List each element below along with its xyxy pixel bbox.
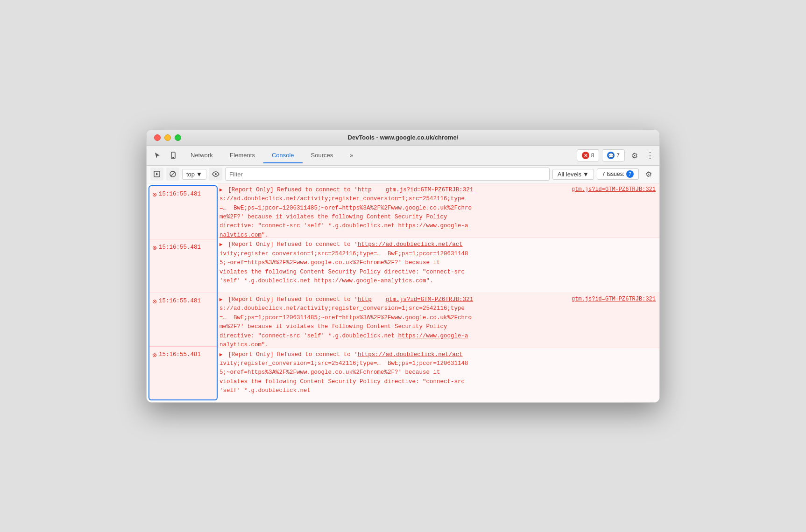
- expand-icon-1[interactable]: ▶: [219, 187, 223, 193]
- log-row-1: ▶ [Report Only] Refused to connect to 'h…: [218, 183, 659, 238]
- log-message-3: ▶ [Report Only] Refused to connect to 'h…: [219, 295, 567, 350]
- error-icon-4: ⊗: [152, 352, 157, 358]
- messages-column: ▶ [Report Only] Refused to connect to 'h…: [218, 183, 659, 402]
- error-icon-2: ⊗: [152, 245, 157, 251]
- timestamp-1: ⊗ 15:16:55.481: [149, 186, 217, 240]
- context-label: top: [186, 171, 195, 178]
- timestamp-2: ⊗ 15:16:55.481: [149, 239, 217, 293]
- tab-more[interactable]: »: [341, 148, 361, 163]
- issues-label: 7 Issues:: [602, 171, 624, 177]
- tab-console[interactable]: Console: [263, 148, 303, 163]
- more-options-icon[interactable]: ⋮: [644, 148, 656, 162]
- tab-elements[interactable]: Elements: [221, 148, 263, 163]
- window-title: DevTools - www.google.co.uk/chrome/: [348, 134, 459, 141]
- tab-row: Network Elements Console Sources »: [182, 148, 575, 163]
- log-message-1: ▶ [Report Only] Refused to connect to 'h…: [219, 186, 567, 240]
- log-source-1[interactable]: gtm.js?id=GTM-PZ6TRJB:321: [572, 186, 656, 193]
- settings-gear-icon[interactable]: ⚙: [628, 148, 642, 162]
- tab-sources[interactable]: Sources: [303, 148, 342, 163]
- log-row-2: ▶ [Report Only] Refused to connect to 'h…: [218, 238, 659, 293]
- execute-icon[interactable]: [150, 168, 163, 181]
- clear-icon[interactable]: [166, 168, 179, 181]
- eye-icon[interactable]: [209, 168, 222, 181]
- tab-network[interactable]: Network: [182, 148, 221, 163]
- main-toolbar: Network Elements Console Sources » ✕ 8 💬…: [147, 146, 659, 166]
- svg-rect-1: [172, 157, 174, 158]
- message-icon: 💬: [607, 152, 615, 159]
- devtools-window: DevTools - www.google.co.uk/chrome/ Netw…: [146, 129, 660, 403]
- traffic-lights: [154, 134, 181, 141]
- context-selector[interactable]: top ▼: [182, 169, 206, 180]
- log-entries-wrapper: ⊗ 15:16:55.481 ⊗ 15:16:55.481 ⊗ 15:16:55…: [147, 183, 659, 402]
- log-level-selector[interactable]: All levels ▼: [552, 169, 594, 180]
- dropdown-arrow-icon: ▼: [196, 171, 202, 178]
- issues-button[interactable]: 7 Issues: 7: [597, 168, 639, 180]
- error-icon-1: ⊗: [152, 191, 157, 198]
- log-source-3[interactable]: gtm.js?id=GTM-PZ6TRJB:321: [572, 295, 656, 302]
- mobile-icon[interactable]: [166, 148, 180, 162]
- error-icon: ✕: [582, 152, 589, 159]
- messages-badge-button[interactable]: 💬 7: [602, 149, 625, 161]
- errors-badge-button[interactable]: ✕ 8: [577, 149, 600, 161]
- expand-icon-4[interactable]: ▶: [219, 352, 223, 357]
- log-row-4: ▶ [Report Only] Refused to connect to 'h…: [218, 348, 659, 403]
- timestamps-column: ⊗ 15:16:55.481 ⊗ 15:16:55.481 ⊗ 15:16:55…: [148, 185, 218, 400]
- console-toolbar: top ▼ All levels ▼ 7 Issues: 7 ⚙: [147, 166, 659, 183]
- log-row-3: ▶ [Report Only] Refused to connect to 'h…: [218, 293, 659, 348]
- expand-icon-3[interactable]: ▶: [219, 297, 223, 302]
- expand-icon-2[interactable]: ▶: [219, 242, 223, 247]
- log-level-label: All levels: [558, 171, 581, 178]
- svg-line-5: [170, 172, 175, 176]
- cursor-icon[interactable]: [150, 148, 164, 162]
- log-level-arrow-icon: ▼: [583, 171, 589, 178]
- issues-count-badge: 7: [626, 170, 634, 178]
- minimize-button[interactable]: [164, 134, 171, 141]
- maximize-button[interactable]: [175, 134, 181, 141]
- filter-input[interactable]: [225, 168, 550, 181]
- log-message-2: ▶ [Report Only] Refused to connect to 'h…: [219, 240, 651, 286]
- timestamp-4: ⊗ 15:16:55.481: [149, 347, 217, 400]
- timestamp-3: ⊗ 15:16:55.481: [149, 293, 217, 347]
- svg-marker-3: [156, 173, 158, 175]
- close-button[interactable]: [154, 134, 161, 141]
- console-output: ⊗ 15:16:55.481 ⊗ 15:16:55.481 ⊗ 15:16:55…: [147, 183, 659, 402]
- message-count: 7: [616, 152, 620, 159]
- error-count: 8: [591, 152, 594, 159]
- error-icon-3: ⊗: [152, 298, 157, 305]
- console-settings-icon[interactable]: ⚙: [642, 167, 656, 181]
- log-message-4: ▶ [Report Only] Refused to connect to 'h…: [219, 350, 651, 396]
- title-bar: DevTools - www.google.co.uk/chrome/: [147, 130, 659, 146]
- toolbar-right: ✕ 8 💬 7 ⚙ ⋮: [577, 148, 656, 162]
- svg-point-6: [215, 173, 217, 175]
